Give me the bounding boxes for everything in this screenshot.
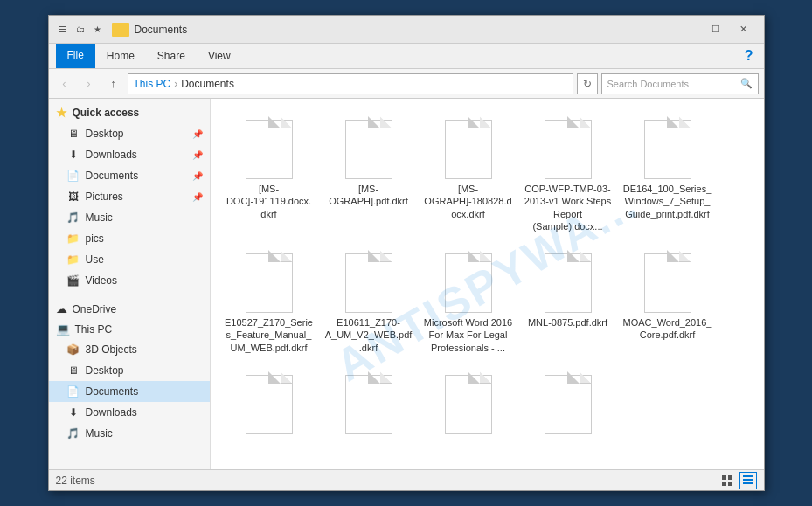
tab-view[interactable]: View [197,44,242,68]
main-area: ★ Quick access 🖥 Desktop 📌 ⬇ Downloads 📌… [49,99,764,469]
ribbon-help-icon[interactable]: ? [745,48,753,64]
file-name: COP-WFP-TMP-03-2013-v1 Work Steps Report… [524,183,613,232]
file-icon [243,116,295,179]
item-count: 22 items [56,475,95,487]
file-item[interactable]: E10611_Z170-A_UM_V2_WEB.pdf.dkrf [321,243,417,361]
file-item[interactable]: MNL-0875.pdf.dkrf [520,243,616,361]
pin-icon: 📌 [192,150,203,160]
file-item[interactable]: E10527_Z170_Series_Feature_Manual_UM_WEB… [221,243,317,361]
file-icon [343,371,395,434]
file-body [445,253,492,313]
close-button[interactable]: ✕ [731,21,757,38]
list-view-button[interactable] [718,472,736,489]
file-fold-top [468,116,480,128]
sidebar-item-pc-music[interactable]: 🎵 Music [49,423,210,444]
sidebar-item-pc-documents[interactable]: 📄 Documents [49,381,210,402]
file-body [545,120,592,179]
file-name: [MS-OGRAPH]-180828.docx.dkrf [424,183,513,220]
maximize-button[interactable]: ☐ [703,21,729,38]
refresh-button[interactable]: ↻ [577,73,598,94]
file-item[interactable] [321,364,417,445]
minimize-button[interactable]: — [675,21,701,38]
title-icon-folder: 🗂 [73,23,87,37]
file-item[interactable]: [MS-OGRAPH].pdf.dkrf [321,109,417,239]
file-fold-top [368,371,380,384]
sidebar-pictures-label: Pictures [86,191,123,203]
onedrive-label: OneDrive [73,303,117,315]
svg-rect-0 [722,475,726,480]
file-item[interactable]: [MS-OGRAPH]-180828.docx.dkrf [420,109,517,239]
desktop-icon: 🖥 [66,127,80,141]
file-icon [642,116,694,179]
file-body [445,375,492,434]
address-bar[interactable]: This PC › Documents [128,73,573,94]
onedrive-icon: ☁ [56,302,67,315]
pc-desktop-icon: 🖥 [66,364,80,378]
sidebar-item-downloads[interactable]: ⬇ Downloads 📌 [49,144,210,165]
sidebar-documents-label: Documents [86,170,139,182]
file-item[interactable]: MOAC_Word_2016_Core.pdf.dkrf [620,243,716,361]
file-fold-top [468,371,480,384]
file-fold-top [567,371,580,384]
sidebar-item-pictures[interactable]: 🖼 Pictures 📌 [49,186,210,207]
file-icon [442,250,495,313]
tab-home[interactable]: Home [95,44,146,68]
file-name: [MS-OGRAPH].pdf.dkrf [324,183,413,208]
sidebar-videos-label: Videos [86,274,117,287]
file-body [545,375,592,434]
file-item[interactable]: [MS-DOC]-191119.docx.dkrf [221,109,317,239]
sidebar-item-use[interactable]: 📁 Use [49,249,210,270]
sidebar-pc-desktop-label: Desktop [86,364,124,377]
pics-icon: 📁 [66,232,80,246]
search-placeholder: Search Documents [607,79,690,89]
tab-share[interactable]: Share [146,44,197,68]
file-icon [343,116,395,179]
title-icon-star: ★ [91,23,105,37]
sidebar-desktop-label: Desktop [86,128,124,140]
file-icon [343,250,395,313]
file-fold-top [667,116,679,128]
file-icon [243,250,295,313]
file-item[interactable] [520,364,616,445]
tab-file[interactable]: File [56,44,95,68]
sidebar-item-pc-desktop[interactable]: 🖥 Desktop [49,360,210,381]
music-icon: 🎵 [66,211,80,225]
sidebar-item-pc-downloads[interactable]: ⬇ Downloads [49,402,210,423]
detail-view-button[interactable] [739,472,757,489]
sidebar-item-desktop[interactable]: 🖥 Desktop 📌 [49,123,210,144]
thispc-header[interactable]: 💻 This PC [49,319,210,339]
sidebar-pics-label: pics [86,232,104,245]
search-bar[interactable]: Search Documents 🔍 [601,73,759,94]
forward-button[interactable]: › [79,73,100,94]
search-icon: 🔍 [740,78,753,89]
quick-access-header[interactable]: ★ Quick access [49,102,210,123]
up-button[interactable]: ↑ [103,73,124,94]
file-item[interactable]: Microsoft Word 2016 For Max For Legal Pr… [420,243,517,361]
file-name: DE164_100_Series_Windows_7_Setup_Guide_p… [623,183,712,220]
file-name: [MS-DOC]-191119.docx.dkrf [225,183,314,220]
file-item[interactable] [420,364,517,445]
documents-icon: 📄 [66,169,80,183]
file-body [246,375,293,434]
file-icon [642,250,694,313]
sidebar-item-documents[interactable]: 📄 Documents 📌 [49,165,210,186]
onedrive-header[interactable]: ☁ OneDrive [49,299,210,319]
file-body [345,375,392,434]
svg-rect-3 [728,482,732,486]
file-item[interactable] [221,364,317,445]
back-button[interactable]: ‹ [54,73,75,94]
sidebar-item-pics[interactable]: 📁 pics [49,228,210,249]
file-name: E10527_Z170_Series_Feature_Manual_UM_WEB… [225,316,314,354]
file-body [445,120,492,179]
file-name: MOAC_Word_2016_Core.pdf.dkrf [623,316,712,342]
file-icon [542,116,594,179]
sidebar-item-videos[interactable]: 🎬 Videos [49,270,210,291]
file-grid: [MS-DOC]-191119.docx.dkrf [MS-OGRAPH].pd… [218,106,757,448]
file-item[interactable]: DE164_100_Series_Windows_7_Setup_Guide_p… [620,109,716,239]
sidebar-item-music[interactable]: 🎵 Music [49,207,210,228]
sidebar-item-3dobjects[interactable]: 📦 3D Objects [49,339,210,360]
pin-icon: 📌 [192,171,203,181]
sidebar-use-label: Use [86,253,104,266]
file-item[interactable]: COP-WFP-TMP-03-2013-v1 Work Steps Report… [520,109,616,239]
sidebar-divider [49,295,210,295]
